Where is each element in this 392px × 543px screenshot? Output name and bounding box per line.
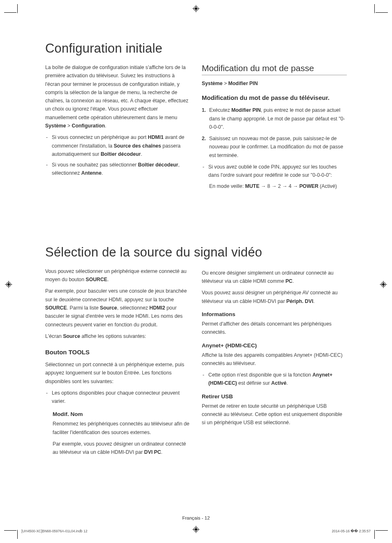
text: . — [105, 123, 106, 129]
heading-retirer-usb: Retirer USB — [202, 393, 347, 400]
text: . — [286, 380, 288, 386]
text: Saisissez un nouveau mot de passe, puis … — [209, 136, 343, 158]
intro-paragraph: La boîte de dialogue de configuration in… — [45, 63, 190, 130]
text: affiche les options suivantes: — [80, 333, 146, 339]
text: → 8 → 2 → 4 → — [259, 183, 299, 189]
text-bold: Activé — [271, 380, 286, 386]
registration-mark-icon — [192, 5, 200, 12]
text-bold: SOURCE — [45, 305, 67, 311]
list-item: 1. Exécutez Modifier PIN, puis entrez le… — [202, 106, 347, 131]
dash-list: Cette option n'est disponible que si la … — [202, 371, 347, 388]
crop-mark — [374, 4, 375, 13]
text: Cette option n'est disponible que si la … — [208, 372, 312, 378]
text: Vous pouvez aussi désigner un périphériq… — [202, 290, 338, 304]
text-bold: Modifier PIN — [228, 81, 258, 86]
text: > — [223, 81, 228, 86]
step-number: 2. — [202, 134, 206, 143]
paragraph: Affiche la liste des appareils compatibl… — [202, 351, 347, 368]
text-bold: Modifier PIN — [231, 107, 261, 113]
section2: Sélection de la source du signal vidéo V… — [45, 245, 347, 460]
heading-informations: Informations — [202, 311, 347, 317]
section1-left-column: La boîte de dialogue de configuration in… — [45, 63, 190, 194]
text: La boîte de dialogue de configuration in… — [45, 65, 188, 120]
heading-tools: Bouton TOOLS — [45, 348, 190, 356]
text-bold: Source — [100, 305, 117, 311]
text-bold: Antenne — [81, 170, 101, 176]
page-content: Configuration initiale La boîte de dialo… — [45, 41, 347, 460]
text: Si vous avez oublié le code PIN, appuyez… — [208, 164, 337, 178]
list-item: 2. Saisissez un nouveau mot de passe, pu… — [202, 134, 347, 159]
crop-mark — [374, 530, 375, 539]
list-item: Les options disponibles pour chaque conn… — [45, 389, 190, 406]
text: . — [313, 298, 314, 304]
imprint-right: 2014-05-16 �� 2:35:57 — [332, 529, 371, 533]
standby-sequence: En mode veille: MUTE → 8 → 2 → 4 → POWER… — [202, 182, 347, 190]
text: (Activé) — [318, 183, 337, 189]
text: Si vous connectez un périphérique au por… — [52, 134, 148, 140]
paragraph: L'écran Source affiche les options suiva… — [45, 332, 190, 340]
indented-block: Modif. Nom Renommez les périphériques co… — [45, 411, 190, 456]
text-bold: PC — [286, 278, 293, 284]
text-bold: Source des chaînes — [114, 143, 161, 149]
paragraph: Ou encore désigner simplement un ordinat… — [202, 269, 347, 286]
registration-mark-icon — [5, 281, 12, 288]
paragraph: Sélectionnez un port connecté à un périp… — [45, 360, 190, 386]
crop-mark — [4, 530, 16, 531]
heading-modif-nom: Modif. Nom — [53, 411, 190, 417]
text-bold: Périph. DVI — [286, 298, 314, 304]
text: . Parmi la liste — [67, 305, 100, 311]
imprint-line: [UH4500-XC]BN68-05976A-01L04.indb 12 201… — [21, 529, 371, 533]
text-bold: POWER — [299, 183, 318, 189]
dash-list: Si vous avez oublié le code PIN, appuyez… — [202, 163, 347, 180]
text: Par exemple, vous pouvez désigner un ord… — [53, 441, 186, 455]
paragraph: Permet de retirer en toute sécurité un p… — [202, 402, 347, 427]
text: . — [293, 278, 294, 284]
text-bold: HDMI2 — [150, 305, 165, 311]
text: . — [161, 449, 162, 455]
section1-bullet-list: Si vous connectez un périphérique au por… — [45, 133, 190, 177]
crop-mark — [376, 530, 388, 531]
section2-columns: Vous pouvez sélectionner un périphérique… — [45, 267, 347, 460]
text: > — [66, 123, 72, 129]
list-item: Cette option n'est disponible que si la … — [202, 371, 347, 388]
text: . — [107, 277, 108, 282]
crop-mark — [376, 12, 388, 13]
section-title-config: Configuration initiale — [45, 41, 347, 56]
heading-anynet: Anynet+ (HDMI-CEC) — [202, 342, 347, 349]
text-bold: SOURCE — [85, 277, 107, 282]
paragraph: Renommez les périphériques connectés au … — [53, 420, 190, 437]
subheading-password: Modification du mot de passe du télévise… — [202, 93, 347, 102]
text-bold: Configuration — [72, 123, 105, 129]
paragraph: Par exemple, vous pouvez désigner un ord… — [53, 440, 190, 457]
text: . — [101, 170, 103, 176]
paragraph: Vous pouvez sélectionner un périphérique… — [45, 267, 190, 284]
registration-mark-icon — [380, 281, 387, 288]
section2-right-column: Ou encore désigner simplement un ordinat… — [202, 267, 347, 460]
paragraph: Vous pouvez aussi désigner un périphériq… — [202, 289, 347, 305]
text: Si vous ne souhaitez pas sélectionner — [52, 162, 138, 168]
text-bold: Boîtier décodeur — [101, 151, 141, 157]
page-footer: Français - 12 — [0, 515, 392, 520]
text: est définie sur — [237, 380, 271, 386]
text: . — [141, 151, 142, 157]
crop-mark — [17, 4, 18, 13]
text: Vous pouvez sélectionner un périphérique… — [45, 268, 187, 282]
text-bold: DVI PC — [144, 449, 161, 455]
text-bold: HDMI1 — [148, 134, 164, 140]
text: , sélectionnez — [117, 305, 150, 311]
text: Par exemple, pour basculer vers une cons… — [45, 288, 187, 302]
text-bold: Système — [202, 81, 223, 86]
text-bold: MUTE — [245, 183, 260, 189]
text: En mode veille: — [209, 183, 245, 189]
breadcrumb: Système > Modifier PIN — [202, 79, 347, 88]
text-bold: Boîtier décodeur — [138, 162, 178, 168]
text-bold: Source — [63, 333, 80, 339]
paragraph: Permet d'afficher des détails concernant… — [202, 320, 347, 337]
text: Ou encore désigner simplement un ordinat… — [202, 270, 334, 284]
paragraph: Par exemple, pour basculer vers une cons… — [45, 287, 190, 328]
section2-left-column: Vous pouvez sélectionner un périphérique… — [45, 267, 190, 460]
text: L'écran — [45, 333, 63, 339]
section1-columns: La boîte de dialogue de configuration in… — [45, 63, 347, 194]
list-item: Si vous connectez un périphérique au por… — [45, 133, 190, 158]
list-item: Si vous avez oublié le code PIN, appuyez… — [202, 163, 347, 180]
